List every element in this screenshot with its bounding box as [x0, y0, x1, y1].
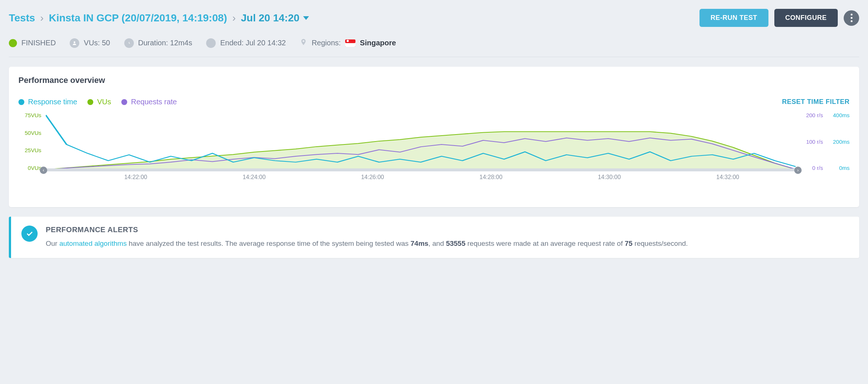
breadcrumb-project[interactable]: Kinsta IN GCP (20/07/2019, 14:19:08) [49, 12, 227, 24]
performance-alerts-panel: PERFORMANCE ALERTS Our automated algorit… [9, 217, 859, 258]
svg-point-0 [74, 41, 76, 43]
status-badge: FINISHED [9, 39, 56, 47]
regions-label: Regions: [312, 39, 341, 47]
clock-icon [124, 38, 134, 48]
ended-meta: Ended: Jul 20 14:32 [206, 38, 286, 48]
legend-requests-rate[interactable]: Requests rate [121, 98, 177, 106]
avg-request-rate: 75 [625, 240, 632, 247]
breadcrumb-current-label: Jul 20 14:20 [241, 12, 299, 24]
y-axis-vus: 75VUs 50VUs 25VUs 0VUs [18, 112, 41, 171]
avg-response-time: 74ms [410, 240, 428, 247]
legend-vus[interactable]: VUs [87, 98, 111, 106]
automated-algorithms-link[interactable]: automated algorithms [59, 240, 127, 247]
configure-button[interactable]: CONFIGURE [774, 9, 838, 27]
y-axis-reqs: 200 r/s 100 r/s 0 r/s [801, 112, 823, 171]
ended-label: Ended: Jul 20 14:32 [220, 39, 286, 47]
chart-legend: Response time VUs Requests rate [18, 98, 177, 106]
x-axis: 14:22:00 14:24:00 14:26:00 14:28:00 14:3… [46, 174, 796, 181]
check-circle-icon [21, 226, 38, 242]
performance-chart[interactable]: 75VUs 50VUs 25VUs 0VUs 200 r/s 100 r/s 0… [18, 112, 850, 189]
alerts-body: Our automated algorithms have analyzed t… [46, 238, 688, 249]
map-pin-icon [300, 37, 307, 49]
alerts-title: PERFORMANCE ALERTS [46, 226, 688, 234]
request-count: 53555 [446, 240, 465, 247]
status-label: FINISHED [21, 39, 56, 47]
legend-response-time[interactable]: Response time [18, 98, 77, 106]
action-buttons: RE-RUN TEST CONFIGURE [699, 9, 859, 27]
flag-sg-icon [345, 39, 355, 47]
time-scrubber[interactable]: ‹ › [40, 167, 802, 173]
y-axis-ms: 400ms 200ms 0ms [826, 112, 850, 171]
region-name: Singapore [360, 39, 396, 47]
scrubber-handle-right[interactable]: › [794, 167, 802, 174]
dot-icon [206, 38, 216, 48]
status-dot-icon [9, 39, 17, 47]
chevron-right-icon: › [232, 12, 236, 24]
topbar: Tests › Kinsta IN GCP (20/07/2019, 14:19… [9, 0, 859, 31]
vus-label: VUs: 50 [84, 39, 110, 47]
chevron-down-icon [303, 16, 309, 20]
user-icon [70, 38, 79, 48]
scrubber-handle-left[interactable]: ‹ [40, 167, 47, 174]
card-title: Performance overview [18, 76, 850, 85]
breadcrumb-root[interactable]: Tests [9, 12, 35, 24]
chevron-right-icon: › [40, 12, 44, 24]
chart-plot-area[interactable] [46, 112, 796, 171]
regions-meta: Regions: Singapore [300, 37, 396, 49]
scrubber-track[interactable] [46, 168, 796, 171]
performance-overview-card: Performance overview Response time VUs R… [9, 67, 859, 207]
breadcrumb: Tests › Kinsta IN GCP (20/07/2019, 14:19… [9, 12, 309, 24]
duration-label: Duration: 12m4s [138, 39, 192, 47]
duration-meta: Duration: 12m4s [124, 38, 192, 48]
vus-meta: VUs: 50 [70, 38, 110, 48]
breadcrumb-current-dropdown[interactable]: Jul 20 14:20 [241, 12, 309, 24]
more-menu-button[interactable] [844, 10, 859, 26]
rerun-test-button[interactable]: RE-RUN TEST [699, 9, 768, 27]
reset-time-filter-link[interactable]: RESET TIME FILTER [782, 98, 850, 106]
test-meta-row: FINISHED VUs: 50 Duration: 12m4s Ended: … [9, 31, 859, 57]
